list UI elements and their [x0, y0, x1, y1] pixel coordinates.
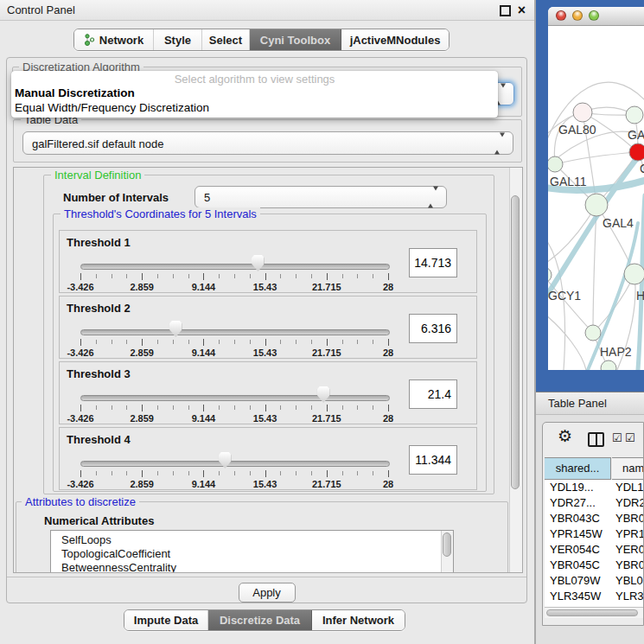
- tab-jactivemnodules[interactable]: jActiveMNodules: [341, 29, 449, 50]
- split-columns-icon[interactable]: [588, 432, 604, 447]
- scrollbar-thumb[interactable]: [511, 195, 520, 489]
- apply-button[interactable]: Apply: [239, 583, 296, 603]
- table-row[interactable]: YDL19...YDL1: [545, 480, 644, 495]
- dropdown-option-manual-discretization[interactable]: Manual Discretization: [15, 86, 135, 99]
- threshold-2-slider[interactable]: -3.4262.8599.14415.4321.71528: [80, 319, 388, 359]
- gear-icon[interactable]: ⚙: [558, 428, 572, 444]
- threshold-3-value-field[interactable]: 21.4: [409, 379, 457, 409]
- tab-infer-network[interactable]: Infer Network: [312, 610, 405, 630]
- control-panel-window: Control Panel × Network Style: [0, 0, 534, 644]
- attributes-group: Attributes to discretize Numerical Attri…: [16, 501, 508, 573]
- slider-track: [80, 461, 390, 467]
- slider-track: [80, 329, 390, 335]
- attributes-group-label: Attributes to discretize: [22, 495, 139, 508]
- node-h[interactable]: [624, 264, 644, 284]
- node-label-gal11: GAL11: [550, 175, 587, 188]
- number-of-intervals-combobox[interactable]: 5: [194, 186, 447, 208]
- threshold-3-slider[interactable]: -3.4262.8599.14415.4321.71528: [80, 385, 388, 424]
- minimize-traffic-light-icon[interactable]: [572, 10, 583, 21]
- list-item-selfloops[interactable]: SelfLoops: [51, 531, 453, 547]
- node-label-hap2: HAP2: [600, 345, 632, 359]
- tab-impute-data[interactable]: Impute Data: [124, 610, 208, 630]
- table-panel-title: Table Panel: [548, 397, 607, 410]
- table-row[interactable]: YER054CYER0: [545, 542, 644, 558]
- node-label-gcy1: GCY1: [548, 289, 581, 303]
- list-item-topologicalcoefficient[interactable]: TopologicalCoefficient: [51, 547, 453, 561]
- threshold-2-value-field[interactable]: 6.316: [409, 314, 457, 343]
- table-row[interactable]: YLR345WYLR3: [545, 589, 644, 604]
- node-label-gal4: GAL4: [603, 216, 634, 230]
- checkbox-icon[interactable]: ☑: [625, 432, 635, 443]
- scrollbar-thumb[interactable]: [546, 609, 638, 616]
- network-inner-window: GAL80 GA C GAL11 GAL4 GCY1 H HAP2: [548, 7, 644, 370]
- thresholds-group-label: Threshold's Coordinates for 5 Intervals: [61, 207, 260, 220]
- table-horizontal-scrollbar[interactable]: [545, 607, 644, 618]
- threshold-panel-1: Threshold 1 -3.4262.8599.14415.4321.7152…: [59, 230, 477, 293]
- table-panel-inner-window: ⚙ ☑ ☑ shared... nam YDL19...YDL1 YDR27..…: [542, 422, 644, 626]
- close-traffic-light-icon[interactable]: [556, 10, 566, 21]
- threshold-4-value-field[interactable]: 11.344: [409, 445, 457, 475]
- settings-scrollbar[interactable]: [509, 168, 522, 572]
- column-header-shared-name[interactable]: shared...: [545, 457, 611, 480]
- node-label-gal80: GAL80: [558, 123, 596, 137]
- control-panel-titlebar: Control Panel ×: [0, 0, 534, 21]
- node-gal4[interactable]: [585, 194, 608, 216]
- threshold-panel-2: Threshold 2 -3.4262.8599.14415.4321.7152…: [59, 296, 477, 359]
- table-toolbar: ⚙ ☑ ☑: [543, 423, 643, 456]
- table-panel: ⚙ ☑ ☑ shared... nam YDL19...YDL1 YDR27..…: [536, 415, 644, 644]
- network-window-titlebar: [548, 7, 644, 26]
- slider-ticks: [80, 339, 388, 347]
- slider-tick-labels: -3.4262.8599.14415.4321.71528: [80, 479, 388, 489]
- column-header-name[interactable]: nam: [612, 457, 644, 480]
- tab-select[interactable]: Select: [202, 29, 250, 50]
- close-window-icon[interactable]: ×: [518, 3, 526, 17]
- threshold-4-slider[interactable]: -3.4262.8599.14415.4321.71528: [80, 450, 388, 490]
- node-gcy1[interactable]: [548, 267, 552, 283]
- screen: Control Panel × Network Style: [0, 0, 644, 644]
- slider-track: [80, 395, 390, 401]
- slider-tick-labels: -3.4262.8599.14415.4321.71528: [80, 348, 388, 358]
- mode-tabs: Impute Data Discretize Data Infer Networ…: [124, 609, 405, 631]
- tab-network[interactable]: Network: [74, 29, 154, 50]
- node-gal11[interactable]: [548, 156, 563, 172]
- attributes-list-scrollbar[interactable]: [441, 531, 453, 573]
- numerical-attributes-label: Numerical Attributes: [44, 514, 154, 527]
- network-view-window: GAL80 GA C GAL11 GAL4 GCY1 H HAP2: [536, 0, 644, 392]
- table-row[interactable]: YPR145WYPR1: [545, 526, 644, 542]
- node-gal80[interactable]: [573, 103, 592, 122]
- table-row[interactable]: YBL079WYBL0: [545, 573, 644, 589]
- scrollbar-thumb[interactable]: [443, 532, 451, 557]
- checkbox-icon[interactable]: ☑: [612, 432, 622, 443]
- table-row[interactable]: YDR27...YDR2: [545, 495, 644, 511]
- node-red-selected[interactable]: [629, 143, 644, 161]
- threshold-1-slider[interactable]: -3.4262.8599.14415.4321.71528: [80, 253, 388, 293]
- table-row[interactable]: YBR045CYBR0: [545, 558, 644, 573]
- interval-definition-group: Interval Definition Number of Intervals …: [43, 175, 494, 494]
- table-panel-titlebar: Table Panel: [536, 392, 644, 415]
- float-window-icon[interactable]: [500, 5, 511, 16]
- node-label-ga: GA: [628, 128, 644, 142]
- dropdown-option-equal-width-frequency[interactable]: Equal Width/Frequency Discretization: [15, 101, 209, 114]
- combo-stepper-icon: [428, 191, 438, 204]
- tab-discretize-data[interactable]: Discretize Data: [208, 610, 312, 630]
- node-bottom[interactable]: [601, 360, 616, 370]
- slider-track: [80, 264, 390, 270]
- table-data-combobox[interactable]: galFiltered.sif default node: [22, 131, 513, 155]
- number-of-intervals-label: Number of Intervals: [63, 191, 169, 204]
- settings-scroll-panel: Interval Definition Number of Intervals …: [13, 167, 523, 573]
- table-row[interactable]: YBR043CYBR0: [545, 511, 644, 526]
- zoom-traffic-light-icon[interactable]: [589, 10, 599, 21]
- node-top-right[interactable]: [626, 106, 643, 124]
- threshold-1-value-field[interactable]: 14.713: [409, 248, 457, 277]
- node-label-c: C: [640, 162, 644, 175]
- tab-cyni-toolbox[interactable]: Cyni Toolbox: [250, 29, 341, 50]
- slider-ticks: [80, 470, 388, 478]
- dropdown-hint: Select algorithm to view settings: [11, 73, 498, 86]
- interval-definition-label: Interval Definition: [51, 169, 144, 182]
- tab-style[interactable]: Style: [154, 29, 202, 50]
- node-hap2[interactable]: [585, 325, 601, 341]
- thresholds-group: Threshold's Coordinates for 5 Intervals …: [53, 214, 487, 492]
- window-title: Control Panel: [7, 3, 75, 16]
- network-canvas[interactable]: GAL80 GA C GAL11 GAL4 GCY1 H HAP2: [548, 26, 644, 370]
- list-item-betweennesscentrality[interactable]: BetweennessCentrality: [51, 561, 453, 573]
